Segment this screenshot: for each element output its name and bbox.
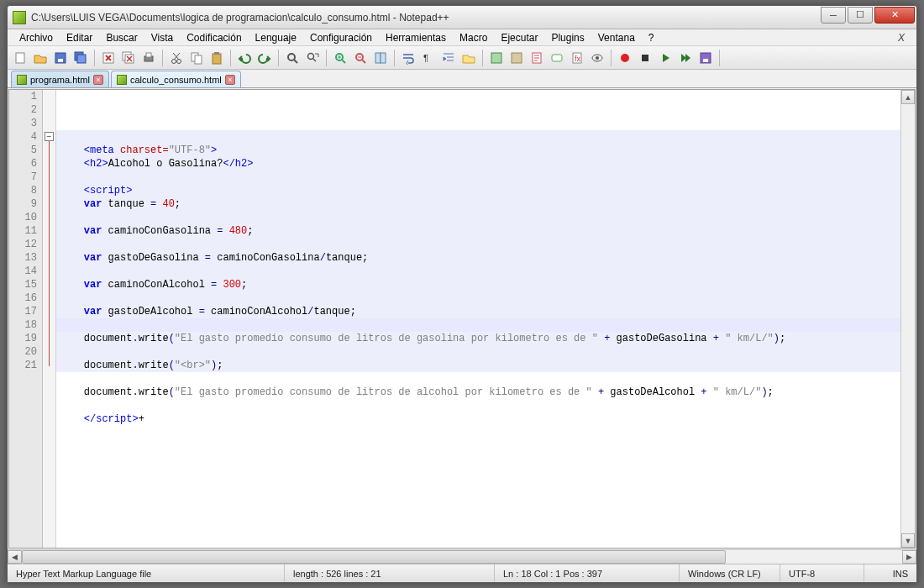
menu-codificación[interactable]: Codificación: [180, 30, 248, 45]
doc-button[interactable]: [528, 49, 546, 67]
status-insert-mode[interactable]: INS: [864, 564, 916, 582]
folder-button[interactable]: [459, 49, 478, 67]
save-button[interactable]: [51, 49, 70, 67]
line-number[interactable]: 13: [9, 251, 37, 265]
code-line[interactable]: [60, 291, 900, 305]
line-number[interactable]: 20: [9, 345, 37, 359]
code-line[interactable]: [60, 265, 900, 278]
code-line[interactable]: var tanque = 40;: [60, 197, 900, 211]
vertical-scrollbar[interactable]: ▲ ▼: [900, 90, 915, 548]
code-line[interactable]: var caminoConGasolina = 480;: [60, 224, 900, 238]
code-line[interactable]: [60, 345, 900, 359]
line-number[interactable]: 15: [9, 278, 37, 291]
save2-button[interactable]: [696, 49, 715, 67]
code-line[interactable]: <meta charset="UTF-8">: [60, 144, 900, 157]
code-line[interactable]: var gastoDeGasolina = caminoConGasolina/…: [60, 251, 900, 265]
lang1-button[interactable]: [487, 49, 506, 67]
copy-button[interactable]: [187, 49, 206, 67]
menu-vista[interactable]: Vista: [144, 30, 180, 45]
indent-button[interactable]: [439, 49, 458, 67]
line-number[interactable]: 21: [9, 359, 37, 372]
menu-macro[interactable]: Macro: [453, 30, 494, 45]
line-number[interactable]: 6: [9, 157, 37, 171]
maximize-button[interactable]: ☐: [848, 7, 873, 24]
eye-button[interactable]: [588, 49, 606, 67]
saveall-button[interactable]: [71, 49, 90, 67]
line-number[interactable]: 1: [9, 90, 37, 103]
open-button[interactable]: [31, 49, 50, 67]
code-line[interactable]: var gastoDeAlcohol = caminoConAlcohol/ta…: [60, 305, 900, 318]
fold-column[interactable]: −: [43, 90, 56, 548]
code-line[interactable]: [60, 171, 900, 184]
code-line[interactable]: [60, 238, 900, 251]
menu-ventana[interactable]: Ventana: [591, 30, 642, 45]
code-line[interactable]: <h2>Alcohol o Gasolina?</h2>: [60, 157, 900, 171]
allchars-button[interactable]: ¶: [419, 49, 438, 67]
scroll-up-icon[interactable]: ▲: [901, 90, 915, 104]
wordwrap-button[interactable]: [399, 49, 417, 67]
line-number[interactable]: 12: [9, 238, 37, 251]
stop-button[interactable]: [636, 49, 654, 67]
menu-lenguaje[interactable]: Lenguaje: [249, 30, 303, 45]
status-encoding[interactable]: UTF-8: [780, 564, 864, 582]
tab-close-icon[interactable]: ×: [93, 75, 103, 85]
scroll-left-icon[interactable]: ◀: [8, 550, 22, 564]
code-line[interactable]: [60, 399, 900, 412]
horizontal-scrollbar[interactable]: ◀ ▶: [8, 549, 916, 564]
func-button[interactable]: fx: [568, 49, 586, 67]
line-number[interactable]: 8: [9, 184, 37, 197]
line-number[interactable]: 3: [9, 117, 37, 130]
line-number[interactable]: 16: [9, 291, 37, 305]
find-button[interactable]: [283, 49, 302, 67]
line-number[interactable]: 14: [9, 265, 37, 278]
menu-?[interactable]: ?: [642, 30, 661, 45]
status-eol[interactable]: Windows (CR LF): [680, 564, 780, 582]
scroll-down-icon[interactable]: ▼: [901, 533, 915, 548]
scroll-track[interactable]: [22, 550, 902, 564]
code-line[interactable]: </script>+: [60, 412, 900, 426]
code-line[interactable]: document.write("El gasto promedio consum…: [60, 332, 900, 345]
redo-button[interactable]: [255, 49, 274, 67]
scroll-track[interactable]: [901, 104, 915, 533]
zoomin-button[interactable]: [331, 49, 349, 67]
paste-button[interactable]: [207, 49, 226, 67]
line-number[interactable]: 7: [9, 171, 37, 184]
tab-close-icon[interactable]: ×: [225, 75, 235, 85]
menu-buscar[interactable]: Buscar: [99, 30, 144, 45]
line-number[interactable]: 2: [9, 103, 37, 117]
play-button[interactable]: [656, 49, 675, 67]
tab-programa[interactable]: programa.html ×: [11, 71, 109, 87]
menu-plugins[interactable]: Plugins: [544, 30, 591, 45]
rec-button[interactable]: [616, 49, 634, 67]
code-line[interactable]: document.write("El gasto promedio consum…: [60, 386, 900, 399]
line-number[interactable]: 11: [9, 224, 37, 238]
playmult-button[interactable]: [676, 49, 695, 67]
code-line[interactable]: var caminoConAlcohol = 300;: [60, 278, 900, 291]
tab-calculo-consumo[interactable]: calculo_consumo.html ×: [111, 71, 241, 87]
closeall-button[interactable]: [119, 49, 138, 67]
minimize-button[interactable]: ─: [821, 7, 846, 24]
menu-editar[interactable]: Editar: [60, 30, 99, 45]
menu-herramientas[interactable]: Herramientas: [379, 30, 453, 45]
line-number[interactable]: 9: [9, 197, 37, 211]
sync-button[interactable]: [371, 49, 390, 67]
code-line[interactable]: [60, 211, 900, 224]
menu-close-x[interactable]: X: [891, 32, 911, 44]
fold-toggle-icon[interactable]: −: [45, 132, 54, 141]
menu-archivo[interactable]: Archivo: [13, 30, 60, 45]
code-line[interactable]: [60, 318, 900, 332]
line-number[interactable]: 18: [9, 318, 37, 332]
scroll-right-icon[interactable]: ▶: [902, 550, 916, 564]
line-number[interactable]: 17: [9, 305, 37, 318]
comment-button[interactable]: [548, 49, 566, 67]
close-button[interactable]: ✕: [874, 7, 915, 24]
replace-button[interactable]: [303, 49, 322, 67]
zoomout-button[interactable]: [351, 49, 370, 67]
line-number[interactable]: 19: [9, 332, 37, 345]
line-number[interactable]: 10: [9, 211, 37, 224]
line-number[interactable]: 4: [9, 130, 37, 144]
new-button[interactable]: [11, 49, 29, 67]
code-line[interactable]: <script>: [60, 184, 900, 197]
menu-configuración[interactable]: Configuración: [303, 30, 379, 45]
print-button[interactable]: [139, 49, 158, 67]
